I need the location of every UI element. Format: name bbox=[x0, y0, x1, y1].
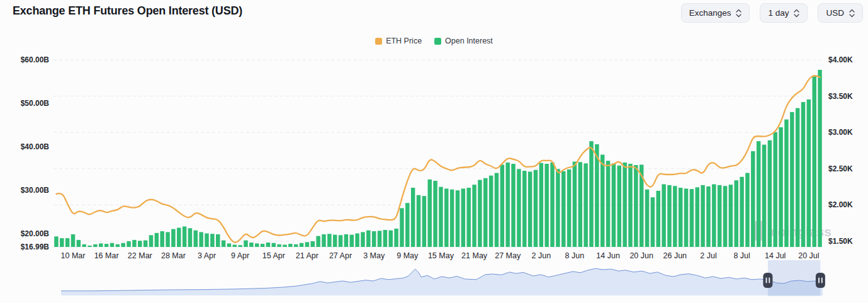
x-axis-label: 14 Jul bbox=[765, 251, 786, 260]
right-axis-label: $3.50K bbox=[828, 92, 853, 101]
handle-bar-icon bbox=[818, 278, 820, 283]
left-axis-label: $60.00B bbox=[21, 55, 50, 64]
x-axis-label: 27 Apr bbox=[329, 251, 352, 260]
x-axis-label: 21 Apr bbox=[296, 251, 318, 260]
x-axis-label: 22 Mar bbox=[128, 251, 152, 260]
plot-area[interactable] bbox=[54, 55, 823, 247]
x-axis-label: 14 Jun bbox=[596, 251, 620, 260]
left-axis-label: $20.00B bbox=[21, 229, 50, 238]
left-axis-label: $16.99B bbox=[21, 243, 50, 251]
x-axis-label: 10 Mar bbox=[61, 251, 86, 260]
x-axis-label: 16 Mar bbox=[94, 251, 119, 260]
handle-grip bbox=[763, 273, 772, 288]
handle-grip bbox=[816, 273, 825, 288]
left-axis-label: $30.00B bbox=[21, 186, 50, 195]
x-axis-label: 9 May bbox=[397, 251, 419, 260]
app-root: Exchange ETH Futures Open Interest (USD)… bbox=[0, 0, 868, 303]
x-axis-label: 2 Jun bbox=[532, 251, 551, 260]
x-axis-label: 8 Jun bbox=[565, 251, 585, 260]
x-axis-label: 20 Jun bbox=[629, 251, 653, 260]
x-axis-label: 21 May bbox=[461, 251, 488, 260]
handle-bar-icon bbox=[769, 278, 770, 283]
x-axis-label: 26 Jun bbox=[663, 251, 687, 260]
x-axis-label: 20 Jul bbox=[798, 251, 819, 260]
x-axis-label: 15 Apr bbox=[262, 251, 285, 260]
x-axis-label: 8 Jul bbox=[733, 251, 750, 260]
x-axis-label: 3 May bbox=[363, 251, 385, 260]
navigator-handle-left[interactable] bbox=[763, 273, 772, 288]
x-axis-label: 28 Mar bbox=[161, 251, 186, 260]
right-axis-label: $2.00K bbox=[828, 200, 853, 209]
right-axis-label: $1.50K bbox=[828, 237, 853, 246]
navigator-area[interactable] bbox=[61, 268, 823, 295]
navigator-selection[interactable] bbox=[768, 260, 821, 296]
x-axis-label: 27 May bbox=[495, 251, 521, 260]
right-axis-label: $4.00K bbox=[828, 55, 853, 64]
handle-bar-icon bbox=[821, 278, 823, 283]
x-axis-label: 15 May bbox=[428, 251, 454, 260]
right-axis-label: $3.00K bbox=[828, 128, 853, 137]
navigator-handle-right[interactable] bbox=[816, 273, 825, 288]
main-chart: coinglass$60.00B$50.00B$40.00B$30.00B$20… bbox=[0, 0, 868, 303]
x-axis-label: 3 Apr bbox=[198, 251, 216, 260]
handle-bar-icon bbox=[766, 278, 767, 283]
right-axis-label: $2.50K bbox=[828, 164, 853, 173]
left-axis-label: $40.00B bbox=[21, 142, 50, 151]
x-axis-label: 9 Apr bbox=[231, 251, 249, 260]
left-axis-label: $50.00B bbox=[21, 99, 50, 108]
x-axis-label: 2 Jul bbox=[700, 251, 716, 260]
